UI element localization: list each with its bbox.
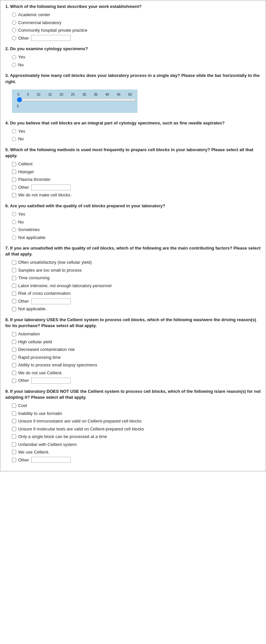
q8-number: 8.: [5, 317, 9, 322]
q8-label-nouse: We do not use Cellient.: [18, 370, 62, 376]
q2-radio-yes[interactable]: [12, 55, 16, 59]
q5-check-plasma[interactable]: [12, 178, 16, 182]
q9-check-molecular[interactable]: [12, 427, 16, 431]
q6-option-yes: Yes: [12, 211, 261, 218]
q4-option-no: No: [12, 136, 261, 142]
q1-option-2: Commercial laboratory: [12, 19, 261, 26]
q1-other-input[interactable]: [31, 35, 71, 41]
q3-text-part1: Approximately how many cell blocks does …: [10, 73, 213, 78]
q1-radio-commercial[interactable]: [12, 20, 16, 25]
q6-radio-no[interactable]: [12, 220, 16, 224]
q3-number: 3.: [5, 73, 9, 78]
q9-option-molecular: Unsure if molecular tests are valid on C…: [12, 426, 261, 432]
q3-slider-area: 0 5 10 15 20 25 30 35 40 45 50 0: [12, 89, 137, 113]
question-7: 7. If you are unsatisfied with the quali…: [5, 245, 261, 312]
q7-text: If you are unsatisfied with the quality …: [5, 246, 260, 256]
q4-label-no: No: [18, 136, 24, 142]
q1-radio-community[interactable]: [12, 28, 16, 32]
q8-check-rapidprocess[interactable]: [12, 355, 16, 359]
q1-label-community: Community hospital/ private practice: [18, 27, 88, 34]
q9-option-singleblock: Only a single block can be processed at …: [12, 433, 261, 440]
q5-check-noblock[interactable]: [12, 193, 16, 197]
q9-check-singleblock[interactable]: [12, 434, 16, 439]
q8-label-highcell: High cellular yield: [18, 339, 52, 345]
q9-check-unfamiliar[interactable]: [12, 442, 16, 447]
q7-option-laborintensive: Labor intensive; not enough laboratory p…: [12, 283, 261, 289]
q1-radio-other[interactable]: [12, 36, 16, 40]
q7-check-other[interactable]: [12, 299, 16, 303]
q5-option-plasma: Plasma thrombin: [12, 176, 261, 183]
q5-label-noblock: We do not make cell blocks.: [18, 192, 72, 198]
q5-option-noblock: We do not make cell blocks.: [12, 192, 261, 198]
q9-check-usecellient[interactable]: [12, 450, 16, 454]
q5-check-histogel[interactable]: [12, 170, 16, 174]
q5-number: 5.: [5, 147, 9, 152]
q5-text: Which of the following methods is used m…: [5, 147, 253, 158]
q8-check-other[interactable]: [12, 379, 16, 383]
q8-check-automation[interactable]: [12, 332, 16, 336]
q7-check-laborintensive[interactable]: [12, 284, 16, 288]
q7-label-timeconsuming: Time consuming: [18, 275, 50, 281]
q4-label-yes: Yes: [18, 128, 25, 135]
q8-check-smallbiopsy[interactable]: [12, 363, 16, 367]
q2-number: 2.: [5, 46, 9, 51]
q3-slider-input[interactable]: [17, 97, 136, 102]
q5-check-other[interactable]: [12, 185, 16, 189]
q9-check-cost[interactable]: [12, 403, 16, 408]
q7-label-laborintensive: Labor intensive; not enough laboratory p…: [18, 283, 112, 289]
q9-option-unfamiliar: Unfamiliar with Cellient system: [12, 441, 261, 448]
q6-radio-sometimes[interactable]: [12, 227, 16, 232]
question-5: 5. Which of the following methods is use…: [5, 147, 261, 198]
q6-text: Are you satisfied with the quality of ce…: [10, 203, 165, 208]
q4-radio-yes[interactable]: [12, 129, 16, 133]
q6-label-no: No: [18, 219, 24, 225]
q6-option-sometimes: Sometimes: [12, 226, 261, 233]
q6-radio-na[interactable]: [12, 235, 16, 240]
q1-radio-academic[interactable]: [12, 13, 16, 17]
question-2-title: 2. Do you examine cytology specimens?: [5, 46, 261, 52]
q8-check-highcell[interactable]: [12, 340, 16, 344]
q5-other-input[interactable]: [31, 185, 71, 190]
q7-label-other: Other: [18, 298, 29, 305]
q9-check-formalin[interactable]: [12, 411, 16, 416]
q8-check-nouse[interactable]: [12, 371, 16, 375]
q5-check-cellient[interactable]: [12, 162, 16, 166]
q7-label-na: Not applicable.: [18, 306, 47, 312]
q8-label-rapidprocess: Rapid processing time: [18, 354, 61, 361]
question-9: 9. If your laboratory DOES NOT USE the C…: [5, 389, 261, 463]
q7-check-timeconsuming[interactable]: [12, 276, 16, 280]
q7-check-smallsample[interactable]: [12, 268, 16, 272]
q7-option-other: Other: [12, 298, 261, 305]
question-2: 2. Do you examine cytology specimens? Ye…: [5, 46, 261, 68]
question-8-title: 8. If your laboratory USES the Cellient …: [5, 317, 261, 329]
q6-radio-yes[interactable]: [12, 212, 16, 216]
q1-number: 1.: [5, 4, 9, 9]
question-3: 3. Approximately how many cell blocks do…: [5, 73, 261, 115]
q9-check-other[interactable]: [12, 458, 16, 462]
q4-radio-no[interactable]: [12, 137, 16, 141]
q5-label-histogel: Histogel: [18, 169, 34, 175]
q7-other-input[interactable]: [31, 298, 71, 304]
q8-text: If your laboratory USES the Cellient sys…: [5, 317, 256, 328]
q4-text: Do you believe that cell blocks are an i…: [10, 120, 225, 125]
q8-check-decrisk[interactable]: [12, 348, 16, 352]
q7-label-crosscontam: Risk of cross contamination: [18, 290, 71, 297]
q6-option-na: Not applicable: [12, 234, 261, 241]
q9-label-cost: Cost: [18, 402, 27, 409]
q9-option-other: Other: [12, 457, 261, 463]
q9-label-singleblock: Only a single block can be processed at …: [18, 433, 107, 440]
q9-check-immunostain[interactable]: [12, 419, 16, 423]
q7-option-smallsample: Samples are too small to process: [12, 267, 261, 274]
q6-label-na: Not applicable: [18, 234, 45, 241]
q7-check-crosscontam[interactable]: [12, 291, 16, 296]
q3-slider-zero: 0: [17, 104, 133, 108]
q7-check-na[interactable]: [12, 307, 16, 311]
q8-option-other: Other: [12, 377, 261, 384]
q9-label-unfamiliar: Unfamiliar with Cellient system: [18, 441, 77, 448]
q9-other-input[interactable]: [31, 457, 71, 463]
q3-slider-labels: 0 5 10 15 20 25 30 35 40 45 50: [17, 93, 133, 96]
q7-check-lowcell[interactable]: [12, 260, 16, 265]
q2-radio-no[interactable]: [12, 63, 16, 67]
q7-number: 7.: [5, 246, 9, 251]
q8-other-input[interactable]: [31, 378, 71, 384]
